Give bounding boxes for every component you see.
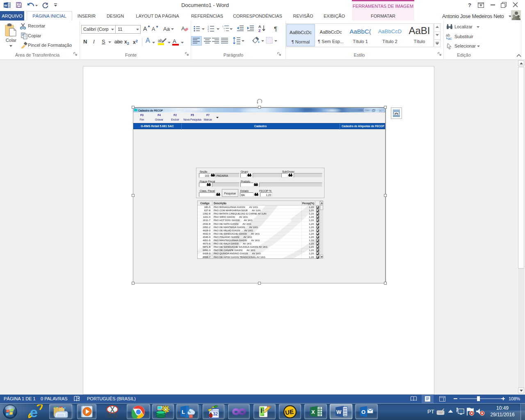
svg-text:A: A [173,38,176,44]
svg-text:W: W [4,4,7,7]
svg-text:3: 3 [208,30,209,32]
svg-text:UE: UE [285,408,294,416]
svg-text:ab: ab [158,39,163,43]
svg-text:A: A [181,25,185,32]
svg-text:W: W [336,409,342,415]
svg-text:O: O [361,409,365,415]
svg-text:L: L [182,409,185,415]
svg-text:X: X [311,409,315,415]
svg-text:i: i [224,30,225,32]
svg-text:32: 32 [213,411,218,416]
svg-text:Z: Z [258,29,261,32]
svg-text:e: e [30,404,38,419]
svg-text:A: A [258,25,261,29]
svg-text:ac: ac [448,37,452,40]
